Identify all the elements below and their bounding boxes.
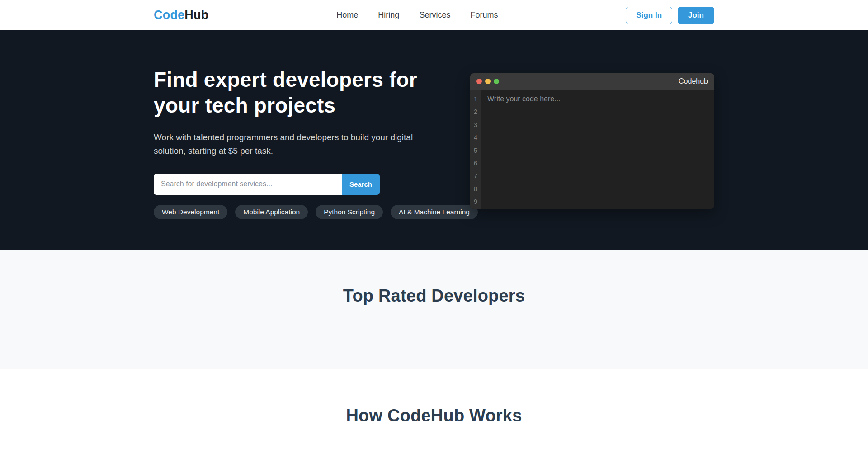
line-number: 3	[470, 118, 481, 131]
page: CodeHub Home Hiring Services Forums Sign…	[0, 0, 868, 449]
tag-ai-machine-learning[interactable]: AI & Machine Learning	[391, 205, 478, 219]
nav-item-home: Home	[336, 10, 358, 20]
top-rated-heading: Top Rated Developers	[0, 286, 868, 306]
join-button[interactable]: Join	[678, 7, 714, 24]
tag-web-development[interactable]: Web Development	[154, 205, 227, 219]
hero-section: Find expert developers for your tech pro…	[0, 30, 868, 250]
tag-mobile-application[interactable]: Mobile Application	[235, 205, 308, 219]
search-input[interactable]	[154, 174, 342, 195]
nav-item-hiring: Hiring	[378, 10, 399, 20]
editor-body: 1 2 3 4 5 6 7 8 9 Write your code here..…	[470, 90, 714, 209]
line-number: 6	[470, 157, 481, 170]
hero-title-line1: Find expert developers for	[154, 68, 417, 91]
hero-right-column: Codehub 1 2 3 4 5 6 7 8 9	[470, 30, 714, 219]
logo-rest-text: Hub	[184, 8, 208, 22]
navbar: CodeHub Home Hiring Services Forums Sign…	[0, 0, 868, 30]
line-number: 1	[470, 93, 481, 105]
sign-in-button[interactable]: Sign In	[626, 7, 672, 24]
editor-window-title: Codehub	[679, 77, 708, 85]
logo-accent-text: Code	[154, 8, 184, 22]
hero-title-line2: your tech projects	[154, 94, 335, 117]
search-bar: Search	[154, 174, 380, 195]
line-number: 4	[470, 131, 481, 144]
search-button[interactable]: Search	[342, 174, 380, 195]
line-number: 5	[470, 144, 481, 157]
line-number: 7	[470, 170, 481, 182]
close-icon	[476, 79, 482, 84]
line-number: 9	[470, 195, 481, 208]
minimize-icon	[485, 79, 491, 84]
hero-container: Find expert developers for your tech pro…	[149, 30, 719, 219]
hero-subtitle-line1: Work with talented programmers and devel…	[154, 132, 413, 142]
nav-link-forums[interactable]: Forums	[470, 10, 498, 19]
hero-subtitle-line2: solution, starting at $5 per task.	[154, 146, 273, 156]
nav-link-services[interactable]: Services	[419, 10, 450, 19]
top-rated-section: Top Rated Developers	[0, 250, 868, 369]
line-number: 8	[470, 183, 481, 195]
line-number: 2	[470, 105, 481, 118]
how-it-works-heading: How CodeHub Works	[0, 406, 868, 425]
line-number-gutter: 1 2 3 4 5 6 7 8 9	[470, 90, 481, 209]
hero-left-column: Find expert developers for your tech pro…	[154, 30, 443, 219]
tag-python-scripting[interactable]: Python Scripting	[316, 205, 383, 219]
nav-link-home[interactable]: Home	[336, 10, 358, 19]
nav-actions: Sign In Join	[626, 7, 714, 24]
codehub-logo[interactable]: CodeHub	[154, 8, 208, 22]
how-it-works-section: How CodeHub Works	[0, 369, 868, 449]
editor-titlebar: Codehub	[470, 73, 714, 90]
code-editor-window: Codehub 1 2 3 4 5 6 7 8 9	[470, 73, 714, 209]
nav-link-hiring[interactable]: Hiring	[378, 10, 399, 19]
nav-item-services: Services	[419, 10, 450, 20]
code-editor-area[interactable]: Write your code here...	[481, 90, 714, 209]
nav-links: Home Hiring Services Forums	[336, 10, 498, 20]
maximize-icon	[494, 79, 499, 84]
window-controls	[476, 79, 499, 84]
hero-title: Find expert developers for your tech pro…	[154, 67, 443, 118]
nav-item-forums: Forums	[470, 10, 498, 20]
navbar-container: CodeHub Home Hiring Services Forums Sign…	[149, 7, 719, 24]
tag-list: Web Development Mobile Application Pytho…	[154, 205, 443, 219]
hero-subtitle: Work with talented programmers and devel…	[154, 131, 443, 158]
